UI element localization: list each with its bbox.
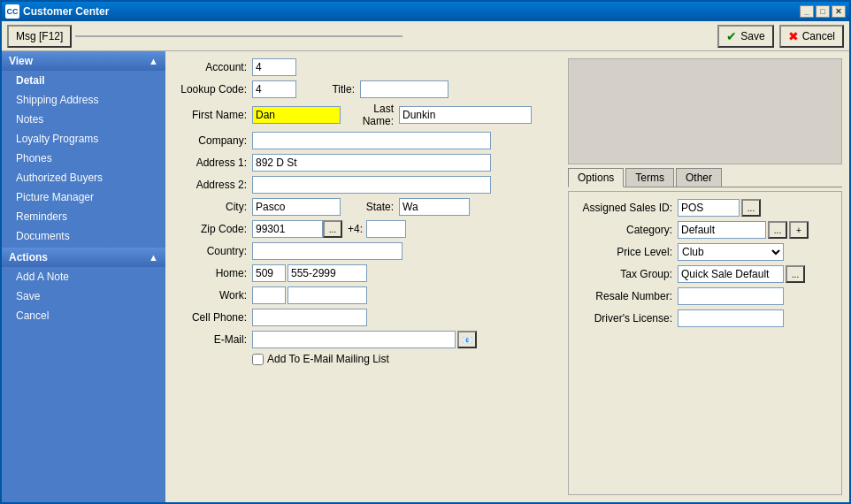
city-input[interactable] — [252, 198, 341, 216]
country-label: Country: — [172, 245, 252, 257]
address1-row: Address 1: — [172, 154, 561, 172]
name-row: First Name: Last Name: — [172, 103, 561, 127]
sidebar-item-phones[interactable]: Phones — [2, 149, 165, 168]
zip-plus4-input[interactable] — [366, 220, 406, 238]
resale-input[interactable] — [678, 287, 784, 305]
toolbar-left: Msg [F12] — [7, 25, 402, 48]
tab-divider — [75, 35, 402, 37]
tax-group-input[interactable] — [678, 265, 784, 283]
close-button[interactable]: ✕ — [832, 5, 846, 18]
sidebar-item-save[interactable]: Save — [2, 286, 165, 306]
zip-browse-button[interactable]: ... — [323, 220, 342, 238]
zip-input[interactable] — [252, 220, 323, 238]
category-group: ... + — [678, 221, 809, 239]
work-number-input[interactable] — [288, 286, 367, 304]
actions-header: Actions ▲ — [2, 248, 165, 267]
cancel-label: Cancel — [802, 30, 835, 42]
sidebar-item-cancel[interactable]: Cancel — [2, 306, 165, 325]
sidebar-item-detail[interactable]: Detail — [2, 71, 165, 90]
maximize-button[interactable]: □ — [816, 5, 830, 18]
state-label: State: — [346, 201, 399, 213]
options-panel: Assigned Sales ID: ... Category: ... — [568, 191, 842, 495]
address2-input[interactable] — [252, 176, 491, 194]
address2-label: Address 2: — [172, 179, 252, 191]
resale-label: Resale Number: — [576, 290, 678, 302]
tab-terms[interactable]: Terms — [625, 168, 674, 187]
save-button[interactable]: ✔ Save — [717, 25, 773, 48]
country-input[interactable] — [252, 242, 402, 260]
sales-id-input[interactable] — [678, 199, 740, 217]
city-label: City: — [172, 201, 252, 213]
company-row: Company: — [172, 132, 561, 149]
home-area-input[interactable] — [252, 264, 286, 282]
category-add-button[interactable]: + — [789, 221, 809, 239]
sidebar-item-loyalty-programs[interactable]: Loyalty Programs — [2, 129, 165, 149]
home-number-input[interactable] — [288, 264, 367, 282]
category-input[interactable] — [678, 221, 766, 239]
title-bar: CC Customer Center _ □ ✕ — [2, 2, 849, 21]
save-label: Save — [740, 30, 764, 42]
customer-center-window: CC Customer Center _ □ ✕ Msg [F12] ✔ Sav… — [0, 0, 851, 504]
work-row: Work: — [172, 286, 561, 304]
mailing-list-checkbox[interactable] — [252, 354, 264, 365]
last-name-input[interactable] — [399, 106, 532, 124]
email-row: E-Mail: 📧 — [172, 331, 561, 348]
mailing-list-row: Add To E-Mail Mailing List — [172, 353, 561, 365]
title-input[interactable] — [360, 80, 448, 98]
cell-label: Cell Phone: — [172, 311, 252, 324]
actions-chevron-icon: ▲ — [149, 252, 158, 263]
address2-row: Address 2: — [172, 176, 561, 194]
sidebar-item-add-a-note[interactable]: Add A Note — [2, 267, 165, 286]
account-label: Account: — [172, 61, 252, 73]
email-input[interactable] — [252, 331, 456, 348]
home-label: Home: — [172, 267, 252, 279]
tax-group-row: Tax Group: ... — [576, 265, 834, 283]
tab-other[interactable]: Other — [676, 168, 722, 187]
category-browse-button[interactable]: ... — [768, 221, 787, 239]
drivers-license-input[interactable] — [678, 309, 784, 327]
tab-options[interactable]: Options — [568, 168, 624, 187]
address1-input[interactable] — [252, 154, 491, 172]
tax-group-browse-button[interactable]: ... — [786, 265, 805, 283]
view-chevron-icon: ▲ — [149, 56, 158, 66]
cell-row: Cell Phone: — [172, 309, 561, 326]
address1-label: Address 1: — [172, 157, 252, 169]
sidebar-item-notes[interactable]: Notes — [2, 110, 165, 129]
form-and-panel: Account: Lookup Code: Title: First Name: — [172, 58, 842, 495]
account-row: Account: — [172, 58, 561, 76]
main-content: View ▲ Detail Shipping Address Notes Loy… — [2, 51, 849, 502]
first-name-label: First Name: — [172, 109, 252, 121]
price-level-row: Price Level: Club Retail Wholesale — [576, 243, 834, 261]
right-panel: Options Terms Other Assigned Sales ID: .… — [568, 58, 842, 495]
form-section: Account: Lookup Code: Title: First Name: — [172, 58, 561, 495]
view-header-label: View — [9, 55, 33, 67]
tax-group-group: ... — [678, 265, 805, 283]
drivers-license-row: Driver's License: — [576, 309, 834, 327]
account-input[interactable] — [252, 58, 296, 76]
content-area: Account: Lookup Code: Title: First Name: — [165, 51, 849, 502]
state-input[interactable] — [399, 198, 470, 216]
sidebar-item-picture-manager[interactable]: Picture Manager — [2, 187, 165, 207]
first-name-input[interactable] — [252, 106, 341, 124]
lookup-code-input[interactable] — [252, 80, 296, 98]
sidebar-item-reminders[interactable]: Reminders — [2, 207, 165, 226]
category-row: Category: ... + — [576, 221, 834, 239]
city-state-row: City: State: — [172, 198, 561, 216]
sidebar-item-shipping-address[interactable]: Shipping Address — [2, 90, 165, 110]
cancel-button[interactable]: ✖ Cancel — [779, 25, 844, 48]
sales-id-browse-button[interactable]: ... — [741, 199, 761, 217]
price-level-select[interactable]: Club Retail Wholesale — [678, 243, 784, 261]
minimize-button[interactable]: _ — [800, 5, 814, 18]
zip-label: Zip Code: — [172, 223, 252, 235]
email-browse-button[interactable]: 📧 — [457, 331, 477, 348]
msg-button[interactable]: Msg [F12] — [7, 25, 72, 48]
cell-phone-input[interactable] — [252, 309, 367, 326]
sales-id-label: Assigned Sales ID: — [576, 202, 678, 214]
sidebar: View ▲ Detail Shipping Address Notes Loy… — [2, 51, 165, 502]
work-area-input[interactable] — [252, 286, 286, 304]
company-input[interactable] — [252, 132, 491, 149]
sidebar-item-authorized-buyers[interactable]: Authorized Buyers — [2, 168, 165, 187]
lookup-label: Lookup Code: — [172, 83, 252, 95]
tax-group-label: Tax Group: — [576, 268, 678, 280]
sidebar-item-documents[interactable]: Documents — [2, 226, 165, 246]
